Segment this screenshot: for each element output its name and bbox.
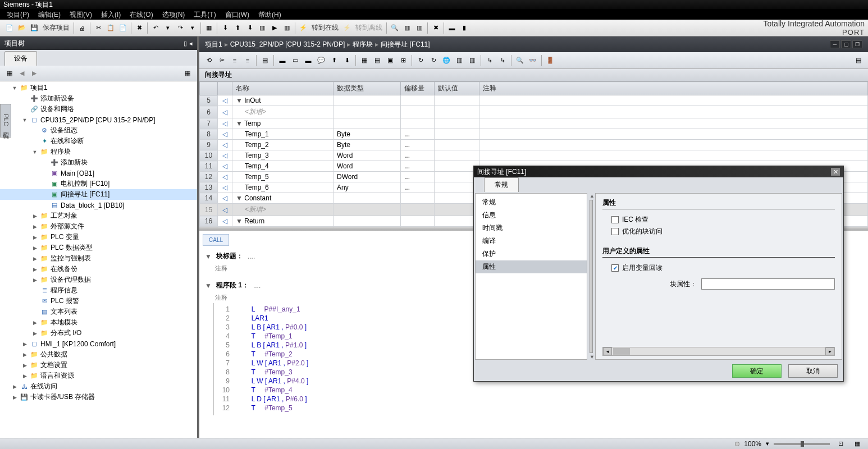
scroll-thumb[interactable] [613,348,630,355]
save-icon[interactable]: 💾 [29,22,40,34]
menu-item[interactable]: 在线(O) [125,9,157,20]
cpu-panel-icon[interactable]: ▥ [401,22,413,34]
menu-item[interactable]: 插入(I) [97,9,125,20]
menu-item[interactable]: 选项(N) [158,9,190,20]
breadcrumb-item[interactable]: 项目1 [205,40,222,49]
open-project-icon[interactable]: 📂 [16,22,28,34]
tree-node[interactable]: ▼📁项目1 [0,83,197,93]
tree-twisty-icon[interactable]: ▶ [21,352,28,358]
tree-node[interactable]: ≣程序信息 [0,285,197,296]
menu-item[interactable]: 项目(P) [2,9,34,20]
scroll-right-icon[interactable]: ▸ [825,347,834,355]
zoom-dropdown-icon[interactable]: ▾ [766,440,769,447]
collapse-icon[interactable]: ▼ [205,282,212,290]
copy-icon[interactable]: 📋 [105,22,116,34]
download2-icon[interactable]: ⬇ [244,22,255,34]
dialog-nav-item[interactable]: 编译 [476,235,587,248]
go-offline-icon[interactable]: ⚡ [341,22,353,34]
tree-twisty-icon[interactable]: ▶ [31,331,38,336]
var-header[interactable]: 名称 [232,82,334,95]
breadcrumb-item[interactable]: 程序块 [353,40,373,49]
tree-node[interactable]: ▶🖧在线访问 [0,381,197,392]
tree-node[interactable]: ▶📁PLC 数据类型 [0,242,197,253]
paste-icon[interactable]: 📄 [117,22,129,34]
redo-icon[interactable]: ↷ [175,22,186,34]
et-icon[interactable]: ▦ [359,55,370,66]
cancel-button[interactable]: 取消 [788,364,838,378]
go-online-label[interactable]: 转到在线 [312,23,339,33]
tree-twisty-icon[interactable]: ▶ [31,235,38,240]
tree-twisty-icon[interactable]: ▶ [31,256,38,262]
scroll-up-icon[interactable]: ▲ [590,193,593,199]
et-icon[interactable]: ▤ [259,55,271,66]
tree-node[interactable]: ▼📁程序块 [0,146,197,157]
cut-icon[interactable]: ✂ [93,22,104,34]
readback-row[interactable]: ✔ 启用变量回读 [611,263,835,273]
tree-node[interactable]: ▣电机控制 [FC10] [0,178,197,189]
tree-twisty-icon[interactable]: ▶ [31,320,38,326]
dialog-tab-general[interactable]: 常规 [484,177,519,192]
tree-body[interactable]: ▼📁项目1➕添加新设备🔗设备和网络▼▢CPU315_2PN/DP [CPU 31… [0,81,197,438]
tree-fwd-icon[interactable]: ▶ [29,68,40,79]
tree-node[interactable]: ➕添加新设备 [0,93,197,104]
tree-node[interactable]: ▤文本列表 [0,306,197,317]
et-icon[interactable]: 🚪 [545,55,556,66]
redo-dropdown-icon[interactable]: ▾ [187,22,198,34]
tree-node[interactable]: ▶📁本地模块 [0,317,197,328]
tree-node[interactable]: ✦在线和诊断 [0,136,197,146]
tree-node[interactable]: ▶💾卡读卡器/USB 存储器 [0,392,197,402]
tree-node[interactable]: ▶📁语言和资源 [0,370,197,381]
monitor-icon[interactable]: 👓 [527,55,538,66]
breadcrumb-item[interactable]: CPU315_2PN/DP [CPU 315-2 PN/DP] [230,40,345,48]
var-row[interactable]: 6◁<新增> [200,106,868,118]
var-header[interactable]: 注释 [479,82,868,95]
tree-node[interactable]: ✉PLC 报警 [0,296,197,306]
tree-back-icon[interactable]: ◀ [16,68,28,79]
side-tab-plc[interactable]: PLC 编程 [0,104,11,138]
et-icon[interactable]: ⊞ [398,55,409,66]
tree-twisty-icon[interactable]: ▶ [31,224,38,230]
restore-icon[interactable]: ❐ [852,40,862,48]
go-online-icon[interactable]: ⚡ [298,22,309,34]
var-row[interactable]: 7◁▼ Temp [200,118,868,129]
var-row[interactable]: 9◁Temp_2Byte... [200,140,868,150]
fit-icon[interactable]: ⊡ [835,438,846,450]
et-icon[interactable]: ⬇ [341,55,353,66]
iec-check-row[interactable]: IEC 检查 [611,215,835,224]
tree-twisty-icon[interactable]: ▶ [31,213,38,219]
et-icon[interactable]: ≡ [242,55,253,66]
var-row[interactable]: 5◁▼ InOut [200,95,868,106]
et-icon[interactable]: ≡ [229,55,240,66]
tree-twisty-icon[interactable]: ▶ [21,341,28,347]
tree-node[interactable]: ▶📁文档设置 [0,360,197,370]
cross-ref-icon[interactable]: ✖ [430,22,441,34]
et-icon[interactable]: ⟲ [203,55,214,66]
et-icon[interactable]: ▥ [467,55,478,66]
collapse-icon[interactable]: ▼ [205,253,212,260]
tree-twisty-icon[interactable]: ▼ [21,117,28,123]
collapse-icon[interactable]: ▯ [184,40,187,47]
accessible-devices-icon[interactable]: 🔍 [389,22,400,34]
tree-twisty-icon[interactable]: ▶ [31,245,38,251]
upload-icon[interactable]: ⬆ [232,22,243,34]
optimized-access-row[interactable]: 优化的块访问 [611,227,835,236]
dialog-nav-item[interactable]: 常规 [476,196,587,209]
et-icon[interactable]: ▤ [372,55,383,66]
save-project-label[interactable]: 保存项目 [43,23,70,33]
tree-view-icon[interactable]: ▦ [4,68,15,79]
checkbox-unchecked-icon[interactable] [611,216,619,223]
tree-node[interactable]: ▶📁监控与强制表 [0,253,197,264]
download-icon[interactable]: ⬇ [220,22,231,34]
undo-icon[interactable]: ↶ [150,22,161,34]
scroll-left-icon[interactable]: ◂ [603,347,612,355]
dialog-nav-item[interactable]: 信息 [476,209,587,222]
tree-node[interactable]: ▶▢HMI_1 [KP1200 Comfort] [0,338,197,349]
tree-node[interactable]: ▶📁PLC 变量 [0,232,197,242]
minimize-icon[interactable]: ─ [830,40,840,48]
code-line[interactable]: 11 L D [ AR1 , P#6.0 ] [214,395,868,404]
maximize-icon[interactable]: ▢ [841,40,851,48]
var-header[interactable] [200,82,218,95]
compile-icon[interactable]: ▦ [203,22,214,34]
dialog-nav-item[interactable]: 保护 [476,248,587,260]
device-tab[interactable]: 设备 [4,51,37,66]
